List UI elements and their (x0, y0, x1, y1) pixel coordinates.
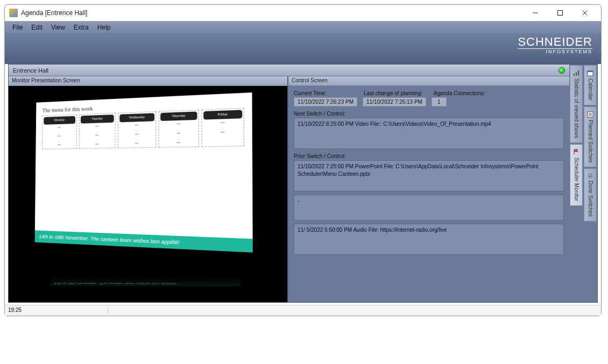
slide-reflection: 14th to 18th November. The canteen team … (51, 277, 241, 286)
control-pane: Control Screen Current Time: Last change… (288, 76, 569, 302)
minimize-button[interactable] (528, 8, 543, 18)
svg-rect-6 (578, 70, 579, 76)
side-tabs: Statistic of viewed shows Scheduler Moni… (569, 65, 597, 302)
tab-done-switches[interactable]: ☑ Done Switches (584, 168, 597, 222)
list-icon (587, 111, 593, 118)
presentation-slide: The menu for this week Monday***…***…***… (35, 92, 253, 253)
value-current-time: 11/10/2022 7:26:23 PM (294, 97, 357, 106)
day-friday: Friday (203, 110, 242, 119)
tab-planned-label: Planned Switches (588, 120, 593, 163)
brand-logo: SCHNEIDER INFOSYSTEMS (518, 36, 592, 54)
brand-sub: INFOSYSTEMS (518, 48, 592, 54)
maximize-button[interactable] (553, 8, 568, 18)
tab-calendar[interactable]: Calendar (584, 65, 597, 105)
location-label: Entrence Hall (13, 67, 48, 74)
tab-statistic[interactable]: Statistic of viewed shows (570, 65, 583, 143)
monitor-pane: Monitor Presentation Screen The menu for… (9, 76, 288, 302)
label-connections: Agenda Connections: (434, 90, 485, 96)
menu-help[interactable]: Help (93, 24, 115, 31)
checkbox-icon: ☑ (588, 173, 593, 179)
flag-icon (573, 149, 579, 155)
titlebar: Agenda [Entrence Hall] (5, 5, 601, 21)
day-thursday: Thursday (160, 111, 197, 120)
value-connections: 1 (432, 97, 447, 106)
label-last-change: Last change of planning: (364, 90, 428, 96)
window-title: Agenda [Entrence Hall] (21, 9, 528, 17)
monitor-preview: The menu for this week Monday***…***…***… (9, 86, 287, 302)
calendar-icon (587, 70, 593, 76)
label-current-time: Current Time: (294, 90, 358, 96)
value-last-change: 11/10/2022 7:25:13 PM (363, 97, 426, 106)
day-monday: Monday (44, 116, 75, 125)
tab-calendar-label: Calendar (588, 78, 593, 101)
brand-name: SCHNEIDER (518, 35, 592, 48)
prior-switch-box-0: 11/10/2022 7:25:00 PM PowerPoint File: C… (294, 160, 564, 191)
day-wednesday: Wednesday (119, 113, 154, 122)
menu-file[interactable]: File (8, 24, 27, 31)
prior-switch-box-2: 11/ 5/2022 5:50:00 PM Audio File: https:… (294, 224, 564, 255)
tab-done-label: Done Switches (588, 181, 593, 217)
status-time: 19:25 (8, 307, 108, 314)
workarea: Entrence Hall Monitor Presentation Scree… (8, 64, 598, 303)
tab-planned-switches[interactable]: Planned Switches (584, 106, 597, 168)
status-indicator-icon (558, 67, 565, 74)
statusbar: 19:25 (5, 305, 601, 316)
tab-scheduler-monitor[interactable]: Scheduler Monitor (570, 144, 583, 206)
menu-view[interactable]: View (47, 24, 69, 31)
svg-rect-8 (588, 71, 593, 72)
app-window: Agenda [Entrence Hall] File Edit View Ex… (4, 4, 602, 316)
tab-scheduler-label: Scheduler Monitor (574, 158, 579, 201)
location-header: Entrence Hall (9, 65, 569, 76)
app-icon (9, 9, 18, 17)
next-switch-box: 11/10/2022 8:25:00 PM Video File:: C:\Us… (294, 118, 564, 149)
close-button[interactable] (577, 8, 592, 18)
svg-rect-1 (558, 11, 563, 16)
label-next-switch: Next Switch / Control: (294, 111, 564, 117)
day-tuesday: Tuesday (81, 115, 114, 123)
tab-statistic-label: Statistic of viewed shows (574, 78, 579, 138)
menubar: File Edit View Extra Help (5, 21, 601, 33)
brand-bar: SCHNEIDER INFOSYSTEMS (5, 33, 601, 64)
menu-edit[interactable]: Edit (27, 24, 47, 31)
chart-icon (573, 70, 579, 76)
menu-extra[interactable]: Extra (69, 24, 93, 31)
prior-switch-box-1: - (294, 195, 564, 220)
svg-rect-4 (574, 74, 575, 76)
monitor-title: Monitor Presentation Screen (9, 76, 287, 86)
control-title: Control Screen (288, 76, 569, 86)
slide-banner: 14th to 18th November. The canteen team … (35, 230, 253, 252)
label-prior-switch: Prior Switch / Control: (294, 153, 564, 159)
svg-rect-5 (576, 72, 577, 76)
